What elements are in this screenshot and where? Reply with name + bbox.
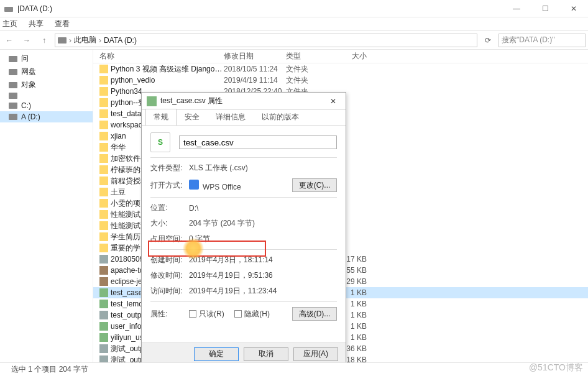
breadcrumb-pc[interactable]: 此电脑 <box>74 35 96 45</box>
breadcrumb-drive[interactable]: DATA (D:) <box>104 36 137 45</box>
filename-input[interactable] <box>179 135 337 149</box>
tab-details[interactable]: 详细信息 <box>208 109 254 126</box>
sidebar-item-label: 对象 <box>21 80 36 90</box>
advanced-button[interactable]: 高级(D)... <box>292 307 337 321</box>
sidebar-item-label: 网盘 <box>21 66 36 77</box>
breadcrumb-sep: › <box>69 36 71 45</box>
menu-view[interactable]: 查看 <box>55 19 70 29</box>
file-icon <box>99 210 108 219</box>
file-size: 1 KB <box>342 322 379 331</box>
col-name[interactable]: 名称 <box>99 51 224 62</box>
dialog-close[interactable]: ✕ <box>326 97 341 106</box>
file-icon <box>99 199 108 208</box>
file-size: 529 KB <box>342 277 379 286</box>
sidebar-item-label: C:) <box>21 101 31 110</box>
file-date: 2018/10/5 11:24 <box>224 65 286 73</box>
properties-dialog: test_case.csv 属性 ✕ 常规 安全 详细信息 以前的版本 S 文件… <box>141 92 346 365</box>
col-type[interactable]: 类型 <box>286 51 342 62</box>
apply-button[interactable]: 应用(A) <box>293 347 338 361</box>
label-readonly: 只读(R) <box>199 310 224 318</box>
drive-icon <box>9 56 17 62</box>
col-date[interactable]: 修改日期 <box>224 51 286 62</box>
label-openwith: 打开方式: <box>150 180 189 191</box>
sidebar-item[interactable]: C:) <box>0 100 93 111</box>
window-close[interactable]: ✕ <box>559 0 588 17</box>
label-size: 大小: <box>150 218 189 229</box>
window-maximize[interactable]: ☐ <box>531 0 559 17</box>
label-modified: 修改时间: <box>150 270 189 281</box>
file-size: 1 KB <box>342 333 379 342</box>
file-size: 255 KB <box>342 266 379 275</box>
drive-icon <box>9 114 17 120</box>
sidebar-item[interactable] <box>0 91 93 100</box>
change-button[interactable]: 更改(C)... <box>292 178 337 192</box>
value-location: D:\ <box>189 204 337 213</box>
label-created: 创建时间: <box>150 255 189 265</box>
tab-previous[interactable]: 以前的版本 <box>254 109 307 126</box>
value-created: 2019年4月3日，18:11:14 <box>189 255 337 265</box>
watermark: @51CTO博客 <box>529 362 583 374</box>
file-icon <box>99 109 108 118</box>
value-sizeondisk: 0 字节 <box>189 234 337 244</box>
file-icon <box>99 288 108 297</box>
cancel-button[interactable]: 取消 <box>244 347 288 361</box>
sidebar-item-label: A (D:) <box>21 112 40 121</box>
file-icon <box>99 311 108 319</box>
file-icon <box>99 344 108 353</box>
menu-home[interactable]: 主页 <box>2 19 17 29</box>
sidebar-item[interactable]: 问 <box>0 52 93 65</box>
file-icon <box>99 143 108 152</box>
label-location: 位置: <box>150 203 189 213</box>
window-minimize[interactable]: — <box>502 0 531 17</box>
file-size: 36 KB <box>342 344 379 353</box>
dialog-titlebar[interactable]: test_case.csv 属性 ✕ <box>142 93 346 110</box>
refresh-button[interactable]: ⟳ <box>481 34 495 47</box>
col-size[interactable]: 大小 <box>342 51 379 62</box>
drive-icon <box>58 37 67 44</box>
drive-icon <box>4 4 14 14</box>
address-bar[interactable]: › 此电脑 › DATA (D:) <box>55 34 477 47</box>
ok-button[interactable]: 确定 <box>194 347 239 361</box>
file-name: python_vedio <box>111 76 224 85</box>
nav-pane: 问网盘对象C:)A (D:) <box>0 50 93 362</box>
tab-security[interactable]: 安全 <box>177 109 208 126</box>
file-icon <box>99 132 108 140</box>
sidebar-item[interactable]: 网盘 <box>0 65 93 78</box>
title-bar: | DATA (D:) — ☐ ✕ <box>0 0 588 17</box>
file-icon <box>99 255 108 264</box>
label-attrs: 属性: <box>150 309 189 319</box>
drive-icon <box>9 93 17 99</box>
tab-general[interactable]: 常规 <box>145 109 177 126</box>
nav-fwd[interactable]: → <box>20 34 34 47</box>
svg-rect-0 <box>4 7 13 12</box>
value-size: 204 字节 (204 字节) <box>189 218 337 229</box>
attrs-group: 只读(R) 隐藏(H) <box>189 309 292 319</box>
file-icon <box>99 177 108 185</box>
file-type: 文件夹 <box>286 64 342 75</box>
sidebar-item[interactable]: 对象 <box>0 78 93 91</box>
nav-back[interactable]: ← <box>2 34 16 47</box>
nav-up[interactable]: ↑ <box>37 34 51 47</box>
file-size: 1 KB <box>342 300 379 308</box>
value-filetype: XLS 工作表 (.csv) <box>189 163 337 173</box>
file-icon <box>99 154 108 163</box>
search-input[interactable]: 搜索"DATA (D:)" <box>498 34 586 47</box>
status-text: 选中 1 个项目 204 字节 <box>11 364 88 375</box>
file-icon <box>99 165 108 174</box>
file-row[interactable]: python_vedio2019/4/19 11:14文件夹 <box>93 75 588 86</box>
value-modified: 2019年4月19日，9:51:36 <box>189 270 337 281</box>
file-name: Python 3 视频 高级运维 Django 基础进... <box>111 64 224 75</box>
file-type: 文件夹 <box>286 75 342 86</box>
checkbox-hidden[interactable] <box>234 310 242 318</box>
sidebar-item[interactable]: A (D:) <box>0 111 93 122</box>
label-sizeondisk: 占用空间: <box>150 234 189 244</box>
file-icon <box>99 277 108 286</box>
drive-icon <box>9 82 17 88</box>
menu-share[interactable]: 共享 <box>29 19 44 29</box>
openwith-app: WPS Office <box>203 183 241 191</box>
file-icon <box>99 266 108 275</box>
file-row[interactable]: Python 3 视频 高级运维 Django 基础进...2018/10/5 … <box>93 63 588 75</box>
file-icon <box>99 188 108 196</box>
file-icon <box>99 333 108 342</box>
checkbox-readonly[interactable] <box>189 310 196 318</box>
